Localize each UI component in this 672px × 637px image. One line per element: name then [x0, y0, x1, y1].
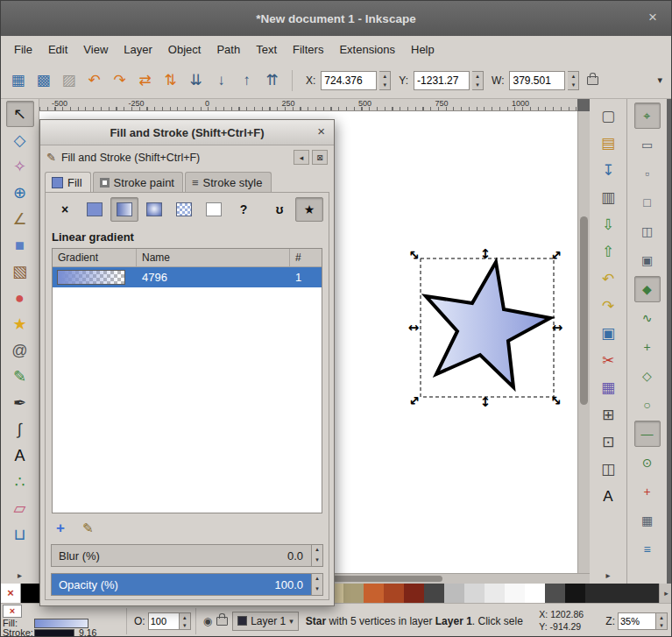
add-gradient-button[interactable]: + — [56, 520, 65, 535]
snap-bbox-center-toggle[interactable]: ▣ — [634, 247, 661, 273]
toolbox-expand-button[interactable]: ▸ — [18, 570, 22, 580]
snap-bbox-corner-toggle[interactable]: □ — [634, 189, 661, 216]
fill-rule-evenodd-button[interactable]: ʊ — [265, 197, 294, 222]
snap-path-toggle[interactable]: ∿ — [634, 305, 661, 331]
layer-visibility-eye-icon[interactable]: ◉ — [203, 615, 212, 627]
spiral-tool[interactable]: @ — [6, 337, 34, 364]
eraser-tool[interactable]: ▱ — [6, 495, 34, 521]
calligraphy-tool[interactable]: ∫ — [6, 416, 34, 442]
object-opacity-input[interactable] — [148, 612, 180, 630]
horizontal-ruler[interactable]: -500-25002505007501000 — [39, 99, 577, 111]
dock-close-button[interactable]: ⊠ — [312, 150, 328, 165]
palette-swatch[interactable] — [565, 584, 585, 603]
snap-guide-toggle[interactable]: ≡ — [634, 536, 661, 563]
zoom-input[interactable] — [618, 612, 656, 630]
menu-item[interactable]: Extensions — [331, 39, 403, 60]
layer-lock-icon[interactable] — [216, 617, 228, 626]
object-opacity-spinner[interactable]: ▴▾ — [180, 612, 191, 630]
spin-down-icon[interactable]: ▾ — [379, 81, 390, 89]
paste-cmd[interactable]: ▦ — [595, 374, 621, 401]
y-spinner[interactable]: ▴▾ — [472, 71, 484, 90]
column-name[interactable]: Name — [137, 249, 290, 266]
palette-none-swatch[interactable]: × — [1, 584, 21, 603]
snap-object-center-toggle[interactable]: ⊙ — [634, 449, 661, 476]
pencil-tool[interactable]: ✎ — [6, 364, 34, 390]
pen-tool[interactable]: ✒ — [6, 390, 34, 416]
paint-pattern-button[interactable] — [170, 197, 198, 222]
ellipse-tool[interactable]: ● — [6, 285, 34, 311]
menu-item[interactable]: Object — [160, 39, 209, 60]
stroke-color-swatch[interactable] — [34, 629, 74, 637]
snap-midpoint-toggle[interactable]: — — [634, 421, 661, 447]
fill-stroke-indicator[interactable]: × Fill: Stroke: 9.16 — [1, 604, 122, 637]
tab-fill[interactable]: Fill — [45, 172, 91, 193]
paint-none-button[interactable]: × — [51, 197, 79, 222]
flip-vertical-button[interactable]: ⇅ — [159, 68, 182, 92]
palette-swatch[interactable] — [424, 584, 444, 603]
import-cmd[interactable]: ⇩ — [595, 211, 621, 238]
rectangle-tool[interactable]: ■ — [6, 232, 34, 258]
star-tool[interactable]: ★ — [6, 311, 34, 337]
node-tool[interactable]: ◇ — [6, 127, 34, 153]
raise-button[interactable]: ↑ — [235, 68, 258, 92]
menu-item[interactable]: Edit — [40, 39, 75, 60]
snap-intersection-toggle[interactable]: + — [634, 334, 661, 360]
dimensions-lock-icon[interactable] — [587, 76, 598, 85]
deselect-button[interactable]: ▨ — [57, 68, 81, 92]
palette-swatch[interactable] — [485, 584, 505, 603]
cut-cmd[interactable]: ✂ — [595, 347, 621, 374]
rotate-90-ccw-button[interactable]: ↶ — [82, 68, 106, 92]
spin-down-icon[interactable]: ▾ — [180, 621, 190, 629]
spin-up-icon[interactable]: ▴ — [656, 613, 667, 621]
layer-select[interactable]: Layer 1 ▾ — [232, 612, 299, 631]
raise-to-top-button[interactable]: ⇈ — [260, 68, 284, 92]
palette-swatch[interactable] — [464, 584, 485, 603]
rotate-90-cw-button[interactable]: ↷ — [108, 68, 131, 92]
zoom-selection-cmd[interactable]: ⊞ — [595, 401, 621, 428]
palette-swatch[interactable] — [21, 584, 41, 603]
spin-down-icon[interactable]: ▾ — [312, 584, 322, 595]
save-document-cmd[interactable]: ↧ — [595, 157, 621, 184]
w-spinner[interactable]: ▴▾ — [568, 71, 579, 90]
opacity-spinner[interactable]: ▴▾ — [312, 573, 323, 596]
vertical-scrollbar-thumb[interactable] — [580, 216, 588, 405]
dialog-titlebar[interactable]: Fill and Stroke (Shift+Ctrl+F) × — [40, 120, 334, 145]
text-and-font-cmd[interactable]: A — [595, 483, 621, 510]
snap-enable-toggle[interactable]: ⌖ — [634, 103, 661, 129]
palette-swatch[interactable] — [384, 584, 404, 603]
menu-item[interactable]: Help — [403, 39, 442, 60]
snap-bbox-edge-toggle[interactable]: ▫ — [634, 160, 661, 187]
text-tool[interactable]: A — [6, 442, 34, 469]
x-input[interactable] — [321, 71, 377, 90]
menu-item[interactable]: Filters — [285, 39, 331, 60]
palette-swatch[interactable] — [364, 584, 384, 603]
paint-swatch-button[interactable] — [200, 197, 228, 222]
palette-swatch[interactable] — [505, 584, 525, 603]
spin-down-icon[interactable]: ▾ — [472, 81, 483, 89]
spin-up-icon[interactable]: ▴ — [568, 72, 578, 81]
tweak-tool[interactable]: ✧ — [6, 153, 34, 180]
zoom-spinner[interactable]: ▴▾ — [656, 612, 668, 630]
lower-button[interactable]: ↓ — [209, 68, 233, 92]
spin-up-icon[interactable]: ▴ — [379, 72, 390, 81]
selector-tool[interactable]: ↖ — [6, 101, 34, 127]
fill-rule-nonzero-button[interactable]: ★ — [295, 197, 323, 222]
redo-cmd[interactable]: ↷ — [595, 293, 621, 320]
export-cmd[interactable]: ⇧ — [595, 238, 621, 265]
palette-swatch[interactable] — [545, 584, 565, 603]
snap-cusp-node-toggle[interactable]: ◇ — [634, 363, 661, 389]
dock-collapse-button[interactable]: ◂ — [294, 150, 309, 165]
y-input[interactable] — [414, 71, 470, 90]
menu-item[interactable]: Text — [248, 39, 285, 60]
spin-down-icon[interactable]: ▾ — [312, 556, 322, 566]
menu-item[interactable]: Layer — [116, 39, 160, 60]
open-document-cmd[interactable]: ▤ — [595, 130, 621, 157]
gradient-row-selected[interactable]: 4796 1 — [53, 267, 322, 287]
palette-scroll-button[interactable]: ▸ — [659, 584, 672, 603]
menu-item[interactable]: View — [75, 39, 116, 60]
print-document-cmd[interactable]: ▥ — [595, 184, 621, 211]
menu-item[interactable]: File — [6, 39, 40, 60]
palette-swatch[interactable] — [525, 584, 545, 603]
palette-swatch[interactable] — [343, 584, 364, 603]
snap-bbox-midpoint-toggle[interactable]: ◫ — [634, 218, 661, 244]
